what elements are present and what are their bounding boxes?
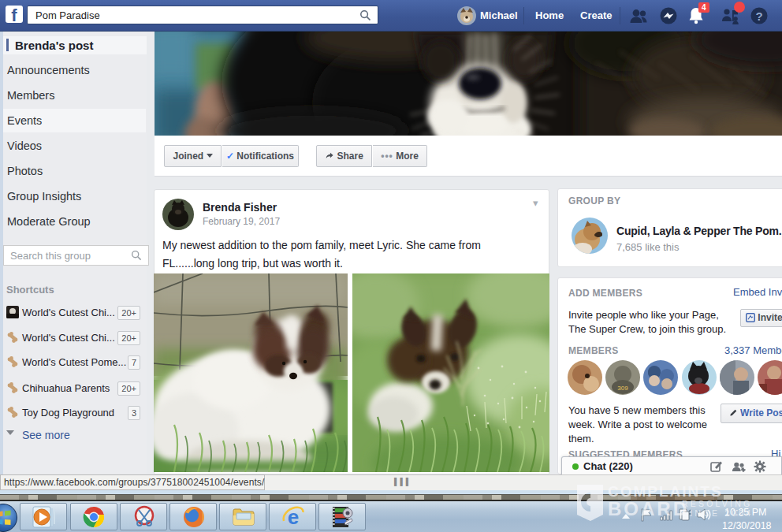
svg-text:SINCE 2004: SINCE 2004 (682, 508, 753, 518)
svg-text:RESOLVING: RESOLVING (682, 499, 752, 508)
svg-text:BOARD: BOARD (608, 498, 689, 519)
svg-text:COMPLAINTS: COMPLAINTS (608, 483, 723, 500)
svg-text:309: 309 (617, 385, 628, 392)
svg-text:?: ? (755, 9, 762, 23)
